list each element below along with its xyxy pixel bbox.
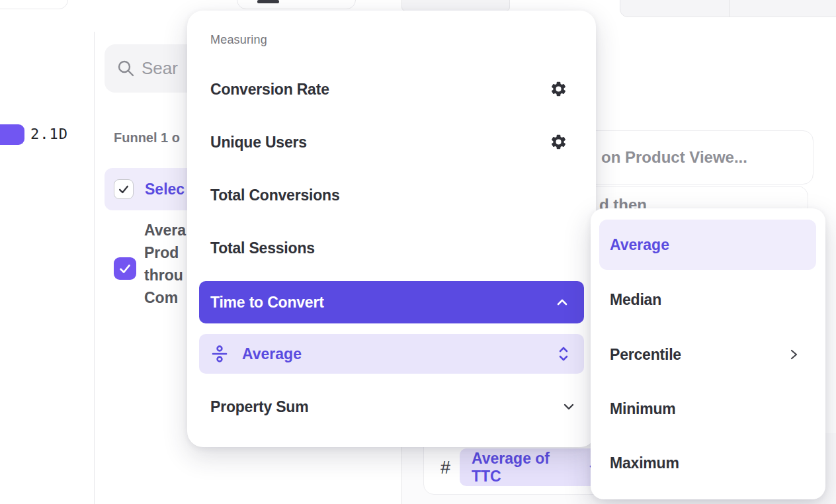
menu-item-label: Unique Users	[210, 134, 307, 151]
average-of-ttc-dropdown[interactable]: Average of TTC	[460, 448, 600, 486]
top-right-segment-fragment[interactable]	[620, 0, 836, 17]
checkbox-purple-checked[interactable]	[114, 257, 136, 280]
menu-item-label: Average	[242, 345, 302, 363]
gear-icon[interactable]	[550, 80, 567, 98]
menu-item-total-sessions[interactable]: Total Sessions	[187, 237, 596, 259]
menu-item-property-sum[interactable]: Property Sum	[187, 396, 596, 417]
menu-item-label: Time to Convert	[210, 294, 324, 312]
selected-metric-label: Selec	[145, 181, 185, 198]
chevron-up-down-icon	[558, 345, 569, 362]
divide-icon	[210, 345, 229, 363]
agg-item-median[interactable]: Median	[591, 289, 825, 310]
numeric-type-symbol: #	[440, 458, 450, 478]
top-gray-tab-fragment[interactable]	[401, 0, 510, 11]
checkbox-checked[interactable]	[114, 179, 134, 199]
chevron-down-icon	[562, 399, 576, 414]
checkmark-icon	[118, 261, 132, 276]
search-icon	[116, 59, 136, 78]
agg-item-label: Average	[610, 236, 669, 254]
chevron-up-icon	[555, 295, 569, 310]
aggregation-menu: Average Median Percentile Minimum Maximu…	[591, 208, 825, 499]
menu-subitem-average-selector[interactable]: Average	[199, 334, 584, 374]
series-color-chip	[0, 124, 24, 145]
top-right-segment-divider	[729, 0, 730, 17]
agg-item-average-selected[interactable]: Average	[599, 220, 816, 270]
menu-item-label: Property Sum	[210, 398, 308, 416]
center-panel-divider	[401, 443, 402, 504]
measuring-menu-title: Measuring	[210, 33, 267, 47]
measuring-menu: Measuring Conversion Rate Unique Users T…	[187, 11, 596, 447]
average-of-ttc-label: Average of TTC	[472, 450, 581, 485]
top-center-icon-fragment	[257, 0, 279, 3]
search-placeholder: Sear	[142, 58, 178, 79]
menu-item-time-to-convert-selected[interactable]: Time to Convert	[199, 281, 584, 323]
agg-item-maximum[interactable]: Maximum	[591, 452, 825, 474]
series-label: 2.1D	[30, 126, 68, 142]
funnel-analysis-screen: 2.1D Sear Funnel 1 o Selec Avera Prod th…	[0, 0, 836, 504]
menu-item-unique-users[interactable]: Unique Users	[187, 132, 596, 153]
agg-item-label: Minimum	[610, 400, 676, 418]
agg-item-minimum[interactable]: Minimum	[591, 398, 825, 419]
menu-item-label: Conversion Rate	[210, 81, 329, 99]
agg-item-label: Maximum	[610, 454, 679, 472]
agg-item-percentile[interactable]: Percentile	[591, 344, 825, 365]
menu-item-conversion-rate[interactable]: Conversion Rate	[187, 79, 596, 100]
menu-item-label: Total Conversions	[210, 187, 340, 204]
agg-item-label: Median	[610, 291, 661, 309]
top-left-card-fragment	[0, 0, 68, 9]
gear-icon[interactable]	[550, 133, 567, 151]
metric-description-text: Avera Prod throu Com	[144, 219, 190, 309]
event-step-label: on Product Viewe...	[601, 148, 747, 167]
funnel-section-label: Funnel 1 o	[114, 130, 180, 146]
menu-item-total-conversions[interactable]: Total Conversions	[187, 185, 596, 206]
menu-item-label: Total Sessions	[210, 239, 315, 257]
left-panel-divider	[94, 32, 95, 504]
chevron-right-icon	[787, 348, 800, 361]
checkmark-icon	[117, 183, 130, 196]
top-center-card-fragment	[237, 0, 356, 9]
agg-item-label: Percentile	[610, 346, 681, 364]
